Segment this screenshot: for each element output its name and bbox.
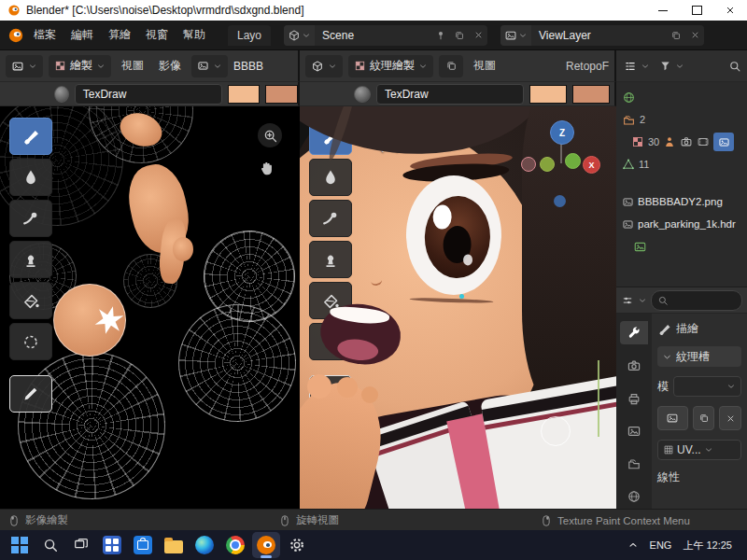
image-view-menu[interactable]: 視圖	[117, 56, 148, 76]
file-explorer-button[interactable]	[160, 532, 188, 558]
axis-x-ball[interactable]: X	[583, 156, 600, 174]
chevron-down-icon	[28, 62, 37, 71]
menu-render[interactable]: 算繪	[101, 24, 138, 46]
scene-name[interactable]: Scene	[315, 29, 431, 42]
selected-datablock[interactable]	[713, 133, 734, 151]
sidebar-tab-retopoflow[interactable]: RetopoF	[566, 60, 609, 73]
outliner-row-collections[interactable]: 2	[622, 108, 747, 131]
minimize-button[interactable]	[646, 0, 680, 21]
menu-edit[interactable]: 編輯	[63, 24, 101, 46]
tab-scene[interactable]	[620, 453, 648, 476]
tab-view-layer[interactable]	[620, 420, 648, 443]
axis-neg-y-ball[interactable]	[565, 153, 581, 169]
secondary-color-swatch[interactable]	[265, 85, 298, 104]
tool-annotate[interactable]	[9, 375, 52, 413]
editor-type-button[interactable]	[6, 55, 43, 77]
taskbar-search-button[interactable]	[36, 532, 64, 558]
settings-button[interactable]	[283, 532, 311, 558]
viewport-view-menu[interactable]: 視圖	[469, 56, 500, 76]
edge-button[interactable]	[190, 532, 218, 558]
maximize-button[interactable]	[680, 0, 713, 21]
tab-tool[interactable]	[620, 321, 648, 344]
task-view-button[interactable]	[67, 532, 95, 558]
blender-taskbar-button[interactable]	[252, 532, 280, 558]
tool-smear[interactable]	[309, 200, 352, 237]
slot-new-button[interactable]	[693, 406, 715, 430]
brush-preview-icon[interactable]	[354, 86, 371, 103]
close-button[interactable]	[713, 0, 747, 21]
tab-output[interactable]	[620, 386, 648, 410]
store-button[interactable]	[129, 532, 157, 558]
image-image-menu[interactable]: 影像	[154, 56, 186, 76]
outliner-item-image-2[interactable]: park_parking_1k.hdr	[622, 213, 747, 235]
tool-draw[interactable]	[9, 118, 52, 155]
outliner-search-button[interactable]	[728, 60, 741, 73]
scene-unlink-button[interactable]	[469, 25, 487, 46]
menu-file[interactable]: 檔案	[26, 24, 63, 46]
mesh-icon	[622, 158, 635, 171]
tool-clone[interactable]	[9, 241, 52, 278]
axis-neg-x-ball[interactable]	[521, 157, 536, 172]
window-controls	[646, 0, 747, 21]
viewport-canvas[interactable]: 使用者透視法 (97) 頭.002 Z X	[300, 106, 618, 509]
axis-neg-z-ball[interactable]	[554, 195, 566, 207]
view-layer-remove-button[interactable]	[685, 25, 704, 46]
workspace-tab-layout[interactable]: Layo	[228, 25, 271, 46]
start-button[interactable]	[6, 532, 34, 558]
brush-name-field[interactable]: TexDraw	[376, 84, 524, 105]
blender-menu-icon[interactable]	[7, 27, 24, 44]
brush-preview-icon[interactable]	[54, 86, 69, 103]
properties-search-input[interactable]	[651, 290, 742, 311]
view-layer-name[interactable]: ViewLayer	[531, 29, 667, 42]
tool-mask[interactable]	[9, 323, 52, 360]
axis-z-ball[interactable]: Z	[550, 120, 574, 145]
slot-image-button[interactable]	[657, 406, 688, 430]
chrome-button[interactable]	[221, 532, 249, 558]
primary-color-swatch[interactable]	[228, 85, 261, 104]
view-layer-new-button[interactable]	[667, 25, 685, 46]
widgets-button[interactable]	[98, 532, 126, 558]
pan-gizmo[interactable]	[258, 159, 275, 176]
image-browse-button[interactable]	[191, 55, 228, 77]
tool-clone[interactable]	[309, 241, 352, 278]
outliner-row-meshes[interactable]: 11	[622, 153, 747, 175]
tool-soften[interactable]	[9, 159, 52, 196]
mode-dropdown[interactable]	[673, 376, 741, 397]
outliner-row-objects[interactable]: 30	[622, 131, 747, 153]
uv-map-dropdown[interactable]: UV...	[657, 440, 741, 460]
slot-unlink-button[interactable]	[719, 406, 741, 430]
viewport-mode-dropdown[interactable]: 紋理繪製	[348, 55, 433, 77]
outliner-display-mode[interactable]	[622, 55, 652, 77]
primary-color-swatch[interactable]	[529, 85, 567, 104]
scene-pin-button[interactable]	[431, 25, 450, 46]
properties-editor-icon[interactable]	[621, 294, 634, 307]
secondary-color-swatch[interactable]	[572, 85, 610, 104]
outliner-row-image-data[interactable]	[622, 235, 747, 258]
scene-browse-button[interactable]	[284, 25, 315, 46]
axis-y-ball[interactable]	[540, 157, 555, 172]
editor-type-button[interactable]	[305, 55, 343, 77]
tab-world[interactable]	[620, 485, 648, 509]
menu-window[interactable]: 視窗	[138, 24, 176, 46]
image-name-field[interactable]: BBBB	[233, 60, 263, 73]
tool-smear[interactable]	[9, 200, 52, 237]
image-paint-mode-dropdown[interactable]: 繪製	[49, 55, 111, 77]
tray-chevron-icon[interactable]	[627, 539, 639, 551]
image-editor-canvas[interactable]	[0, 106, 302, 509]
view-layer-browse-button[interactable]	[500, 25, 531, 46]
tool-fill[interactable]	[9, 282, 52, 319]
brush-name-field[interactable]: TexDraw	[75, 84, 222, 105]
clock[interactable]: 上午 12:25	[683, 539, 732, 553]
language-indicator[interactable]: ENG	[650, 539, 672, 551]
scene-new-button[interactable]	[450, 25, 469, 46]
zoom-gizmo[interactable]	[258, 123, 282, 147]
menu-help[interactable]: 幫助	[176, 24, 213, 46]
texture-slots-panel-header[interactable]: 紋理槽	[657, 346, 741, 367]
viewport-clipboard-button[interactable]	[439, 55, 463, 77]
tab-render[interactable]	[620, 354, 648, 377]
outliner-item-image-1[interactable]: BBBBBADY2.png	[622, 190, 747, 213]
image-data-icon	[633, 240, 647, 254]
tool-soften[interactable]	[309, 159, 352, 196]
outliner-row-world[interactable]	[622, 86, 747, 108]
outliner-filter-button[interactable]	[657, 55, 686, 77]
